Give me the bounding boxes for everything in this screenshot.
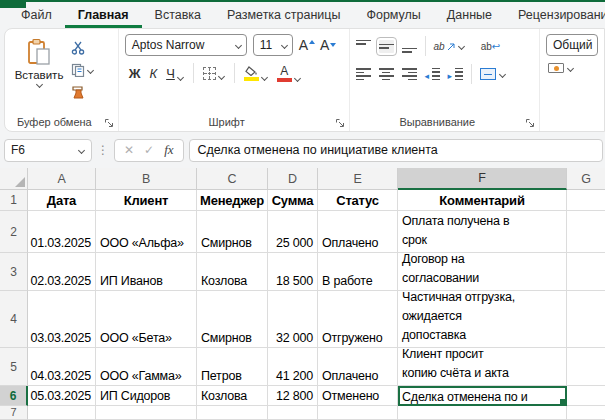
- cut-button[interactable]: [71, 40, 94, 56]
- row-header-6-selected[interactable]: 6: [0, 386, 28, 406]
- accounting-format-button[interactable]: [546, 63, 598, 73]
- copy-dropdown-icon[interactable]: [87, 67, 94, 74]
- column-header-c[interactable]: C: [197, 168, 268, 190]
- cell-d1[interactable]: Сумма: [268, 190, 318, 211]
- align-top-button[interactable]: [356, 40, 371, 53]
- increase-font-size-button[interactable]: A: [299, 37, 314, 53]
- clipboard-dialog-launcher-icon[interactable]: [104, 118, 114, 128]
- font-dialog-launcher-icon[interactable]: [335, 118, 345, 128]
- row-header-7[interactable]: 7: [0, 406, 28, 420]
- cell-g7[interactable]: [567, 406, 605, 420]
- cell-g1[interactable]: [567, 190, 605, 211]
- column-header-f-selected[interactable]: F: [398, 168, 567, 190]
- cell-a7[interactable]: [28, 406, 96, 420]
- row-header-4[interactable]: 4: [0, 291, 28, 348]
- underline-dropdown-icon[interactable]: [177, 74, 184, 81]
- cell-b1[interactable]: Клиент: [96, 190, 197, 211]
- align-bottom-button[interactable]: [402, 40, 417, 53]
- fill-color-dropdown-icon[interactable]: [261, 74, 268, 81]
- name-box[interactable]: F6: [4, 139, 92, 162]
- cell-d2[interactable]: 25 000: [268, 211, 318, 253]
- cell-b3[interactable]: ИП Иванов: [96, 253, 197, 291]
- tab-home[interactable]: Главная: [65, 2, 142, 28]
- font-name-select[interactable]: Aptos Narrow: [125, 34, 247, 56]
- formula-bar-drag-handle[interactable]: ⋮: [97, 143, 109, 157]
- cancel-icon[interactable]: ✕: [124, 143, 134, 157]
- cell-c4[interactable]: Смирнов: [197, 291, 268, 348]
- decrease-indent-button[interactable]: ◂: [425, 68, 440, 81]
- cell-e2[interactable]: Оплачено: [318, 211, 398, 253]
- increase-indent-button[interactable]: ▸: [448, 68, 463, 81]
- column-header-d[interactable]: D: [268, 168, 318, 190]
- enter-icon[interactable]: ✓: [144, 143, 154, 157]
- cell-b7[interactable]: [96, 406, 197, 420]
- formula-input[interactable]: Сделка отменена по инициативе клиента: [189, 139, 603, 162]
- name-box-dropdown-icon[interactable]: [78, 147, 85, 154]
- cell-a5[interactable]: 04.03.2025: [28, 348, 96, 386]
- cell-e3[interactable]: В работе: [318, 253, 398, 291]
- select-all-corner[interactable]: [0, 168, 28, 190]
- tab-data[interactable]: Данные: [434, 2, 505, 28]
- align-right-button[interactable]: [402, 68, 417, 81]
- borders-dropdown-icon[interactable]: [218, 73, 225, 80]
- paste-button[interactable]: Вставить: [11, 34, 67, 114]
- number-format-select[interactable]: Общий: [546, 34, 598, 56]
- merge-dropdown-icon[interactable]: [499, 71, 506, 78]
- paste-dropdown-icon[interactable]: [36, 81, 43, 88]
- cell-e5[interactable]: Оплачено: [318, 348, 398, 386]
- borders-button[interactable]: [203, 67, 225, 80]
- font-color-dropdown-icon[interactable]: [294, 75, 301, 82]
- cell-d4[interactable]: 32 000: [268, 291, 318, 348]
- row-header-1[interactable]: 1: [0, 190, 28, 211]
- row-header-5[interactable]: 5: [0, 348, 28, 386]
- cell-c6[interactable]: Козлова: [197, 386, 268, 406]
- align-center-button[interactable]: [379, 68, 394, 81]
- copy-button[interactable]: [71, 62, 94, 78]
- cell-g3[interactable]: [567, 253, 605, 291]
- cell-c1[interactable]: Менеджер: [197, 190, 268, 211]
- tab-review[interactable]: Рецензирование: [505, 2, 605, 28]
- format-painter-button[interactable]: [71, 84, 94, 100]
- cell-e6[interactable]: Отменено: [318, 386, 398, 406]
- row-header-3[interactable]: 3: [0, 253, 28, 291]
- cell-c3[interactable]: Козлова: [197, 253, 268, 291]
- bold-button[interactable]: Ж: [129, 66, 141, 81]
- cell-b5[interactable]: ООО «Гамма»: [96, 348, 197, 386]
- cell-a4[interactable]: 03.03.2025: [28, 291, 96, 348]
- cell-f3[interactable]: Договор на согласовании: [398, 253, 567, 291]
- cell-b6[interactable]: ИП Сидоров: [96, 386, 197, 406]
- font-color-button[interactable]: A: [277, 65, 301, 82]
- alignment-dialog-launcher-icon[interactable]: [525, 118, 535, 128]
- row-header-2[interactable]: 2: [0, 211, 28, 253]
- tab-insert[interactable]: Вставка: [142, 2, 214, 28]
- tab-page-layout[interactable]: Разметка страницы: [214, 2, 353, 28]
- tab-formulas[interactable]: Формулы: [353, 2, 433, 28]
- font-size-select[interactable]: 11: [253, 34, 293, 56]
- cell-f6-selected[interactable]: Сделка отменена по и: [398, 386, 567, 406]
- column-header-a[interactable]: A: [28, 168, 96, 190]
- orientation-dropdown-icon[interactable]: [458, 43, 465, 50]
- decrease-font-size-button[interactable]: A: [320, 37, 335, 53]
- underline-button[interactable]: Ч: [166, 66, 184, 81]
- column-header-b[interactable]: B: [96, 168, 197, 190]
- insert-function-icon[interactable]: fx: [164, 142, 173, 158]
- align-left-button[interactable]: [356, 68, 371, 81]
- cell-f4[interactable]: Частичная отгрузка, ожидается допоставка: [398, 291, 567, 348]
- merge-center-button[interactable]: [480, 68, 506, 80]
- cell-g5[interactable]: [567, 348, 605, 386]
- cell-d6[interactable]: 12 800: [268, 386, 318, 406]
- fill-color-button[interactable]: [244, 66, 268, 81]
- cell-f2[interactable]: Оплата получена в срок: [398, 211, 567, 253]
- cell-g6[interactable]: [567, 386, 605, 406]
- wrap-text-button[interactable]: ab↩: [481, 41, 501, 52]
- cell-f1[interactable]: Комментарий: [398, 190, 567, 211]
- cell-a6[interactable]: 05.03.2025: [28, 386, 96, 406]
- cell-a1[interactable]: Дата: [28, 190, 96, 211]
- accounting-dropdown-icon[interactable]: [567, 65, 574, 72]
- cell-e4[interactable]: Отгружено: [318, 291, 398, 348]
- column-header-e[interactable]: E: [318, 168, 398, 190]
- cell-f5[interactable]: Клиент просит копию счёта и акта: [398, 348, 567, 386]
- cell-b4[interactable]: ООО «Бета»: [96, 291, 197, 348]
- column-header-g[interactable]: G: [567, 168, 605, 190]
- cell-d5[interactable]: 41 200: [268, 348, 318, 386]
